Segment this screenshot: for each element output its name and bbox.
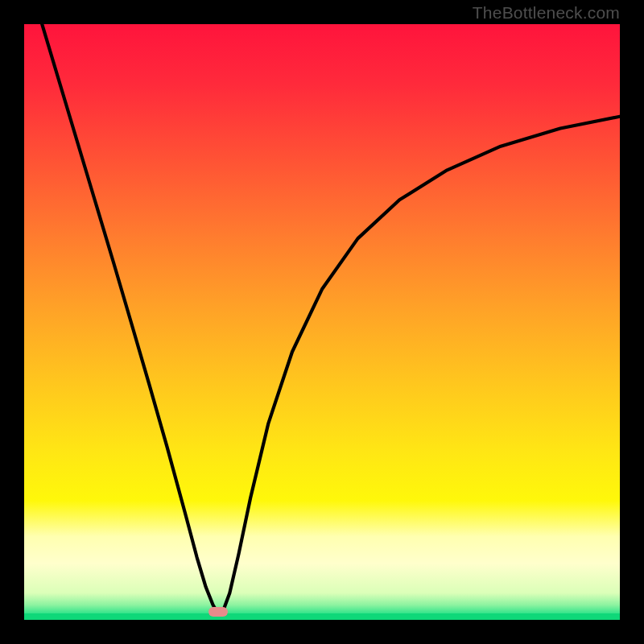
bottleneck-curve	[24, 24, 620, 620]
watermark-text: TheBottleneck.com	[473, 3, 620, 23]
plot-area	[24, 24, 620, 620]
optimum-marker	[208, 607, 228, 617]
chart-frame: TheBottleneck.com	[0, 0, 644, 644]
